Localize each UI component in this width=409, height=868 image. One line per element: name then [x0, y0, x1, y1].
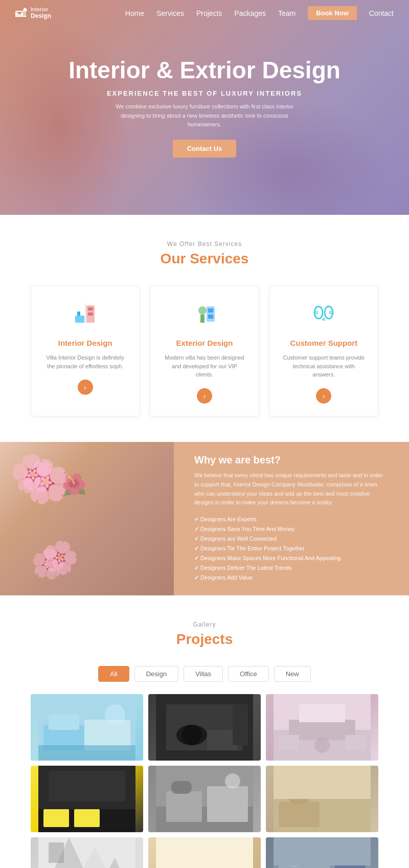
svg-rect-47 [171, 781, 192, 794]
logo-text-line2: Design [31, 12, 51, 19]
svg-rect-21 [38, 745, 135, 761]
project-item-3[interactable] [266, 694, 378, 761]
svg-rect-32 [299, 704, 345, 722]
book-now-button[interactable]: Book Now [308, 6, 357, 20]
project-image-3 [266, 694, 378, 761]
support-icon [311, 301, 336, 330]
project-image-1 [31, 694, 143, 761]
project-item-4[interactable] [31, 766, 143, 832]
svg-rect-16 [322, 319, 325, 321]
projects-label: Gallery [31, 621, 378, 628]
contact-us-button[interactable]: Contact Us [173, 140, 237, 158]
svg-rect-71 [274, 837, 371, 865]
services-section: We Offer Best Services Our Services Inte… [0, 215, 409, 442]
service-name-exterior: Exterior Design [176, 339, 233, 347]
navbar: 🛋 Interior Design Home Services Projects… [0, 0, 409, 26]
hero-section: Interior & Extrior Design EXPERIENCE THE… [0, 0, 409, 215]
nav-packages[interactable]: Packages [234, 9, 265, 17]
project-image-5 [148, 766, 261, 832]
svg-rect-7 [200, 315, 204, 323]
logo-icon: 🛋 [15, 7, 27, 20]
svg-rect-3 [88, 307, 93, 310]
svg-rect-14 [329, 310, 333, 315]
project-image-4 [31, 766, 143, 832]
projects-title: Projects [31, 631, 378, 648]
why-content: Why we are best? We believe that every c… [174, 442, 409, 595]
svg-rect-9 [208, 308, 213, 313]
svg-point-35 [314, 738, 330, 753]
service-desc-interior: Villa Interior Design is definitely the … [43, 353, 127, 370]
service-desc-support: Customer support teams provide technical… [282, 353, 366, 379]
project-item-7[interactable] [31, 837, 143, 869]
nav-services[interactable]: Services [156, 9, 184, 17]
svg-rect-38 [43, 809, 69, 827]
filter-villas[interactable]: Villas [184, 666, 223, 682]
project-image-9 [266, 837, 378, 869]
why-floral-decoration: 🌸 🌸 🌺 [0, 442, 174, 595]
project-image-7 [31, 837, 143, 869]
service-desc-exterior: Modern villa has been designed and devel… [163, 353, 246, 379]
svg-rect-4 [88, 313, 93, 316]
service-name-support: Customer Support [290, 339, 357, 347]
why-point-6: Designers Deliver The Latest Trends [194, 563, 389, 573]
filter-new[interactable]: New [274, 666, 311, 682]
hero-description: We combine exclusive luxury furniture co… [112, 102, 297, 129]
logo: 🛋 Interior Design [15, 7, 51, 20]
svg-point-6 [198, 306, 207, 315]
services-label: We Offer Best Services [31, 240, 378, 248]
filter-tabs: All Design Villas Office New [31, 666, 378, 682]
svg-rect-28 [233, 704, 248, 745]
why-section: 🌸 🌸 🌺 Why we are best? We believe that e… [0, 442, 409, 595]
projects-section: Gallery Projects All Design Villas Offic… [0, 595, 409, 869]
project-image-8 [148, 837, 261, 869]
nav-links: Home Services Projects Packages Team Boo… [125, 6, 394, 20]
filter-office[interactable]: Office [228, 666, 269, 682]
service-arrow-interior[interactable]: › [78, 380, 93, 395]
project-item-5[interactable] [148, 766, 261, 832]
project-item-2[interactable] [148, 694, 261, 761]
projects-grid [31, 694, 378, 869]
services-grid: Interior Design Villa Interior Design is… [31, 285, 378, 416]
why-point-7: Designers Add Value [194, 573, 389, 583]
svg-rect-51 [325, 799, 366, 827]
service-card-interior: Interior Design Villa Interior Design is… [31, 285, 140, 416]
project-item-1[interactable] [31, 694, 143, 761]
svg-rect-39 [74, 809, 100, 827]
nav-team[interactable]: Team [278, 9, 296, 17]
nav-home[interactable]: Home [125, 9, 144, 17]
filter-all[interactable]: All [98, 666, 129, 682]
svg-rect-59 [49, 842, 64, 863]
why-title: Why we are best? [194, 454, 389, 466]
project-item-8[interactable] [148, 837, 261, 869]
why-point-4: Designers Tie The Entire Project Togethe… [194, 544, 389, 553]
why-point-2: Designers Save You Time And Money [194, 524, 389, 534]
service-name-interior: Interior Design [58, 339, 112, 347]
service-card-support: Customer Support Customer support teams … [269, 285, 378, 416]
project-item-6[interactable] [266, 766, 378, 832]
svg-rect-65 [156, 837, 253, 869]
svg-rect-10 [208, 315, 213, 319]
logo-text-line1: Interior [31, 7, 51, 12]
svg-rect-13 [314, 310, 319, 315]
project-item-9[interactable] [266, 837, 378, 869]
why-point-5: Designers Make Spaces More Functional An… [194, 553, 389, 563]
svg-rect-0 [75, 316, 84, 323]
svg-rect-41 [49, 771, 125, 802]
service-arrow-exterior[interactable]: › [197, 388, 212, 404]
why-point-3: Designers are Well Connected [194, 534, 389, 544]
filter-design[interactable]: Design [134, 666, 178, 682]
services-title: Our Services [31, 251, 378, 267]
nav-projects[interactable]: Projects [196, 9, 222, 17]
svg-rect-50 [279, 802, 320, 827]
svg-rect-44 [166, 791, 202, 822]
project-image-2 [148, 694, 261, 761]
project-image-6 [266, 766, 378, 832]
svg-point-22 [105, 704, 125, 725]
svg-rect-1 [77, 311, 80, 316]
why-list: Designers Are Experts Designers Save You… [194, 515, 389, 583]
why-point-1: Designers Are Experts [194, 515, 389, 524]
nav-contact[interactable]: Contact [369, 9, 394, 17]
svg-rect-33 [279, 735, 299, 750]
svg-rect-34 [345, 735, 366, 750]
service-arrow-support[interactable]: › [316, 388, 331, 404]
